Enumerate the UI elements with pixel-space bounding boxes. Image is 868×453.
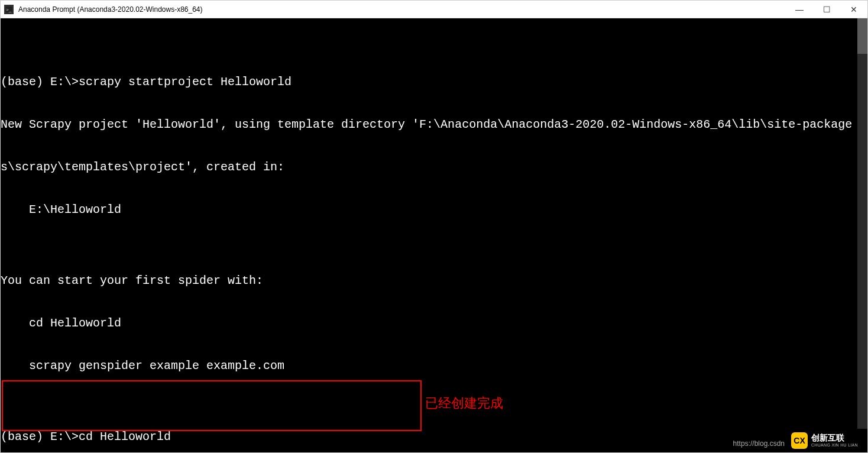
brand-cn: 创新互联	[811, 433, 858, 442]
minimize-button[interactable]: —	[786, 1, 813, 18]
brand-text: 创新互联 CHUANG XIN HU LIAN	[811, 433, 858, 447]
terminal-area[interactable]: (base) E:\>scrapy startproject Helloworl…	[1, 18, 867, 452]
terminal-line: (base) E:\>scrapy startproject Helloworl…	[1, 75, 857, 89]
terminal-line: E:\Helloworld	[1, 203, 857, 217]
titlebar-left: >_ Anaconda Prompt (Anaconda3-2020.02-Wi…	[1, 5, 203, 14]
maximize-button[interactable]: ☐	[813, 1, 840, 18]
terminal-line: s\scrapy\templates\project', created in:	[1, 160, 857, 174]
terminal-line: You can start your first spider with:	[1, 274, 857, 288]
window-title: Anaconda Prompt (Anaconda3-2020.02-Windo…	[18, 5, 203, 14]
watermark-text: https://blog.csdn	[733, 439, 785, 448]
scrollbar-vertical[interactable]	[857, 18, 867, 452]
terminal-output[interactable]: (base) E:\>scrapy startproject Helloworl…	[1, 18, 857, 452]
terminal-line: (base) E:\>cd Helloworld	[1, 430, 857, 444]
annotation-text: 已经创建完成	[425, 394, 503, 412]
svg-text:>_: >_	[6, 7, 12, 12]
scrollbar-thumb[interactable]	[857, 18, 867, 54]
window-controls: — ☐ ✕	[786, 1, 867, 18]
terminal-line: scrapy genspider example example.com	[1, 359, 857, 373]
terminal-line: New Scrapy project 'Helloworld', using t…	[1, 118, 857, 132]
close-button[interactable]: ✕	[840, 1, 867, 18]
window: >_ Anaconda Prompt (Anaconda3-2020.02-Wi…	[0, 0, 868, 453]
terminal-icon: >_	[4, 5, 14, 14]
titlebar[interactable]: >_ Anaconda Prompt (Anaconda3-2020.02-Wi…	[1, 1, 867, 18]
brand-mark-icon: CX	[791, 432, 808, 449]
brand-logo: CX 创新互联 CHUANG XIN HU LIAN	[788, 429, 867, 452]
brand-py: CHUANG XIN HU LIAN	[811, 443, 858, 448]
terminal-line: cd Helloworld	[1, 316, 857, 331]
